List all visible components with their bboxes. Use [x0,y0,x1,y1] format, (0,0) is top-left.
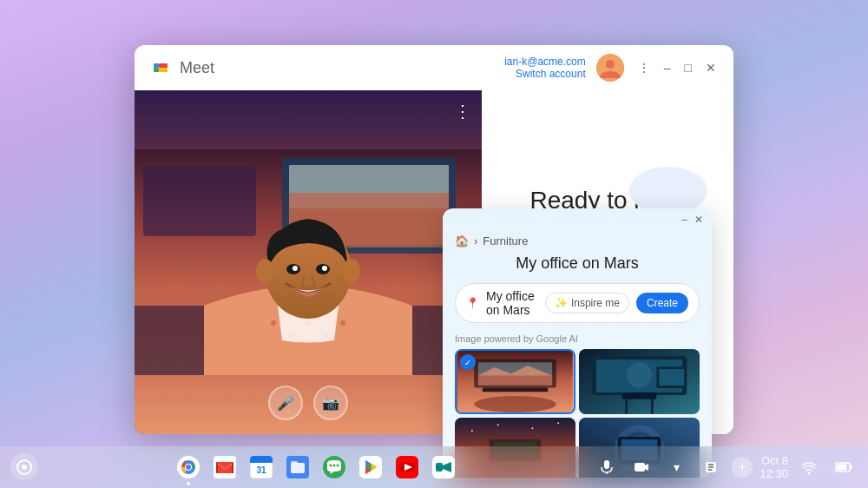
meet-taskbar-icon [432,456,455,478]
window-controls: ⋮ – □ ✕ [635,57,720,78]
inspire-me-button[interactable]: ✨ Inspire me [545,293,629,313]
svg-rect-96 [837,465,847,471]
svg-rect-64 [232,462,233,473]
taskbar-play[interactable] [355,452,386,483]
close-btn[interactable]: ✕ [702,57,720,78]
svg-rect-85 [436,463,443,472]
taskbar-youtube[interactable] [391,452,423,483]
svg-rect-39 [622,392,657,399]
meet-titlebar: Meet ian-k@acme.com Switch account ⋮ – □… [135,45,733,90]
calendar-icon: 31 [250,456,273,478]
taskbar-center: 31 [38,452,593,483]
notification-svg [703,459,719,475]
selected-badge: ✓ [460,354,476,370]
files-icon [286,456,309,478]
svg-rect-4 [159,68,168,72]
breadcrumb-home-icon[interactable]: 🏠 [455,234,469,247]
svg-rect-2 [154,68,159,72]
ai-prompt-title: My office on Mars [455,254,700,273]
svg-point-61 [186,465,191,470]
svg-point-44 [531,427,533,429]
svg-rect-97 [851,465,852,470]
svg-point-29 [474,396,556,412]
meet-account-info: ian-k@acme.com Switch account [504,56,586,80]
breadcrumb-separator: › [474,234,477,247]
taskbar: 31 [0,446,868,488]
breadcrumb-furniture[interactable]: Furniture [483,234,528,247]
ai-prompt-text[interactable]: My office on Mars [486,289,538,317]
inspire-label: Inspire me [571,297,620,309]
ai-close-btn[interactable]: ✕ [694,214,703,226]
ai-panel: – ✕ 🏠 › Furniture My office on Mars 📍 My… [443,208,712,478]
ai-image-1[interactable]: ✓ [455,349,575,414]
svg-point-24 [256,259,273,283]
svg-point-14 [271,320,276,326]
ai-minimize-btn[interactable]: – [681,214,687,226]
create-button[interactable]: Create [636,293,688,313]
chrome-indicator [187,482,190,485]
svg-text:31: 31 [256,465,266,475]
mic-control[interactable]: 🎤 [268,386,303,420]
switch-account[interactable]: Switch account [504,68,586,80]
expand-icon[interactable]: ▾ [662,453,690,481]
launcher-button[interactable] [10,453,38,481]
svg-rect-71 [291,461,298,465]
svg-point-45 [557,422,559,424]
wifi-icon[interactable] [795,453,823,481]
svg-point-22 [293,266,298,271]
google-meet-icon [148,56,173,80]
video-more-icon[interactable]: ⋮ [454,101,471,122]
chrome-icon [177,456,200,478]
video-controls: 🎤 📷 [268,386,348,420]
svg-rect-3 [159,63,168,68]
taskbar-meet[interactable] [428,452,459,483]
ai-image-2[interactable] [579,349,700,414]
ai-image-2-visual [579,349,700,414]
person-video [135,90,482,434]
taskbar-gmail[interactable] [209,452,240,483]
play-store-icon [359,456,382,478]
ai-search-area: My office on Mars 📍 My office on Mars ✨ … [443,254,712,333]
more-options-btn[interactable]: ⋮ [635,57,654,78]
minimize-btn[interactable]: – [661,57,674,78]
svg-rect-86 [604,460,609,469]
notification-icon[interactable] [697,453,725,481]
svg-point-73 [329,465,332,467]
ai-panel-titlebar: – ✕ [443,208,712,231]
location-icon: 📍 [466,297,479,309]
maximize-btn[interactable]: □ [681,57,695,78]
battery-icon[interactable] [830,453,858,481]
svg-point-40 [627,362,653,388]
user-avatar [596,54,624,82]
taskbar-files[interactable] [282,452,313,483]
camera-taskbar-icon[interactable] [628,453,655,481]
add-icon[interactable]: + [732,457,753,478]
youtube-icon [396,456,418,478]
svg-point-75 [336,465,339,467]
taskbar-chrome[interactable] [173,452,204,483]
gmail-icon [214,456,236,478]
svg-point-94 [808,472,811,475]
account-email: ian-k@acme.com [504,56,586,68]
svg-point-25 [343,259,360,283]
date-display: Oct 8 [760,454,788,467]
svg-rect-33 [478,375,552,385]
ai-powered-text: Image powered by Google AI [443,333,712,349]
svg-marker-89 [645,464,648,471]
taskbar-calendar[interactable]: 31 [246,452,277,483]
decoration-blob [629,167,707,214]
mic-icon[interactable] [593,453,621,481]
date-time: Oct 8 12:30 [760,454,788,480]
taskbar-chat[interactable] [319,452,350,483]
video-area: ⋮ 🎤 📷 [135,90,482,434]
svg-rect-67 [250,459,273,463]
svg-rect-1 [154,63,159,68]
battery-svg [835,462,852,472]
camera-control[interactable]: 📷 [313,386,348,420]
chat-icon [323,456,345,478]
svg-rect-30 [483,388,549,392]
launcher-icon [16,458,33,476]
video-feed [135,90,482,434]
svg-point-57 [22,465,27,470]
avatar-image [596,54,624,82]
